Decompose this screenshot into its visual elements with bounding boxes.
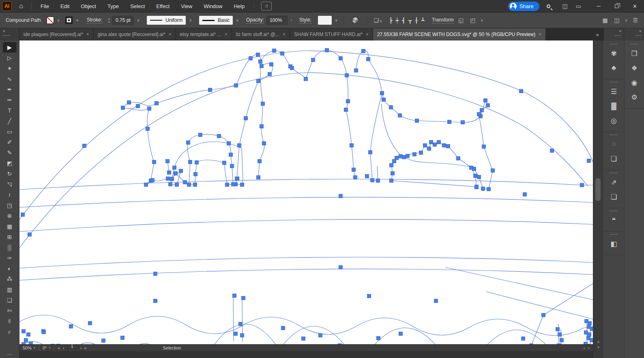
anchor-point[interactable] xyxy=(413,153,416,156)
select-similar-chevron-icon[interactable]: ∨ xyxy=(480,18,484,22)
anchor-point[interactable] xyxy=(437,141,441,144)
anchor-point[interactable] xyxy=(325,49,329,52)
free-transform-tool[interactable]: ◳ xyxy=(3,200,17,211)
anchor-point[interactable] xyxy=(88,322,92,325)
3d-materials-panel-button[interactable]: ◉ xyxy=(626,76,642,90)
anchor-point[interactable] xyxy=(491,169,495,173)
previous-artboard-button[interactable]: ‹ xyxy=(62,344,64,351)
anchor-point[interactable] xyxy=(367,294,371,298)
anchor-point[interactable] xyxy=(433,143,437,147)
anchor-point[interactable] xyxy=(256,53,260,57)
anchor-point[interactable] xyxy=(102,339,105,343)
anchor-point[interactable] xyxy=(166,177,170,181)
pathfinder-panel-button[interactable]: ◧ xyxy=(606,237,622,251)
dock-collapse-right[interactable]: «▪▪▪▪ xyxy=(624,28,644,40)
anchor-point[interactable] xyxy=(262,142,266,145)
arrange-documents-icon[interactable]: ◫ xyxy=(612,17,622,23)
anchor-point[interactable] xyxy=(395,156,399,160)
anchor-point[interactable] xyxy=(557,344,561,345)
anchor-point[interactable] xyxy=(22,330,26,333)
anchor-point[interactable] xyxy=(225,183,229,187)
anchor-point[interactable] xyxy=(352,168,356,172)
anchor-point[interactable] xyxy=(542,313,545,317)
anchor-point[interactable] xyxy=(187,141,190,145)
anchor-point[interactable] xyxy=(281,52,284,55)
panel-layout-icon[interactable]: ▭ xyxy=(572,3,585,9)
control-bar-menu-icon[interactable]: ☰ xyxy=(631,17,640,23)
anchor-point[interactable] xyxy=(457,157,460,160)
anchor-point[interactable] xyxy=(169,183,172,186)
profile-chevron-icon[interactable]: ∨ xyxy=(188,18,193,22)
close-button[interactable]: ✕ xyxy=(626,0,644,13)
edit-toolbar-icon[interactable]: ⋯ xyxy=(7,352,12,357)
align-button-3[interactable]: ┳ xyxy=(407,17,413,23)
align-button-1[interactable]: ┿ xyxy=(394,17,401,23)
arc-right-inner[interactable] xyxy=(308,72,588,186)
type-tool[interactable]: T xyxy=(3,105,17,116)
anchor-point[interactable] xyxy=(229,153,233,157)
scroll-right-button[interactable]: › xyxy=(588,344,590,351)
menu-item-view[interactable]: View xyxy=(175,0,198,13)
scale-tool[interactable]: ◹ xyxy=(3,179,17,190)
document-tab[interactable]: 27.55X38 FARM SCENE WITH DOGS.svg* @ 50 … xyxy=(373,28,546,40)
anchor-point[interactable] xyxy=(371,179,374,182)
menu-item-effect[interactable]: Effect xyxy=(150,0,175,13)
minimize-button[interactable] xyxy=(589,0,608,13)
align-button-0[interactable]: ┣ xyxy=(388,17,394,23)
transparency-panel-button[interactable]: ◎ xyxy=(606,114,622,128)
libraries-panel-button[interactable]: ❒ xyxy=(626,47,642,60)
anchor-point[interactable] xyxy=(484,99,487,102)
recolor-artwork-icon[interactable] xyxy=(352,17,358,23)
anchor-point[interactable] xyxy=(193,183,197,187)
anchor-point[interactable] xyxy=(429,141,433,144)
anchor-point[interactable] xyxy=(481,187,485,191)
anchor-point[interactable] xyxy=(470,166,473,170)
big-mounds[interactable] xyxy=(210,324,551,344)
anchor-point[interactable] xyxy=(270,63,273,66)
anchor-point[interactable] xyxy=(217,134,221,138)
eyedropper-tool[interactable]: ✑ xyxy=(3,253,17,263)
anchor-point[interactable] xyxy=(311,58,315,62)
anchor-point[interactable] xyxy=(234,84,238,87)
anchor-point[interactable] xyxy=(339,194,343,198)
align-button-4[interactable]: ╂ xyxy=(413,17,420,23)
stroke-panel-button[interactable]: ☰ xyxy=(606,85,622,98)
anchor-point[interactable] xyxy=(239,322,243,326)
anchor-point[interactable] xyxy=(136,104,140,108)
fill-chevron-icon[interactable]: ∨ xyxy=(56,18,61,22)
anchor-point[interactable] xyxy=(588,322,592,325)
workspace-switcher-icon[interactable]: ◫ xyxy=(558,3,572,9)
anchor-point[interactable] xyxy=(69,325,73,328)
touch-workspace-button[interactable]: ☝ xyxy=(261,2,272,11)
column-graph-tool[interactable]: ▥ xyxy=(3,284,17,295)
tab-close-icon[interactable]: × xyxy=(225,32,228,37)
fill-swatch[interactable] xyxy=(47,17,54,24)
arrange-documents-chevron-icon[interactable]: ∨ xyxy=(624,18,629,22)
anchor-point[interactable] xyxy=(434,299,438,303)
perspective-grid-tool[interactable]: ▦ xyxy=(3,221,17,232)
anchor-point[interactable] xyxy=(377,337,380,340)
brush-chevron-icon[interactable]: ∨ xyxy=(235,18,240,22)
anchor-point[interactable] xyxy=(367,58,370,61)
anchor-point[interactable] xyxy=(268,72,272,76)
shaper-tool[interactable]: ✎ xyxy=(3,147,17,158)
anchor-point[interactable] xyxy=(354,69,358,72)
menu-item-edit[interactable]: Edit xyxy=(55,0,75,13)
direct-selection-tool[interactable]: ▷ xyxy=(3,53,17,63)
arc-left-inner[interactable] xyxy=(19,72,308,248)
opacity-arrow-icon[interactable]: › xyxy=(290,18,293,22)
anchor-point[interactable] xyxy=(587,344,591,345)
properties-panel-button[interactable]: ⚙ xyxy=(626,90,642,104)
select-similar-icon[interactable]: ◰ xyxy=(468,17,477,23)
anchor-point[interactable] xyxy=(522,337,525,341)
anchor-point[interactable] xyxy=(22,343,26,345)
stroke-profile-select[interactable]: Uniform xyxy=(147,16,186,25)
anchor-point[interactable] xyxy=(339,266,343,269)
stroke-weight-field[interactable]: 0.75 pt xyxy=(112,16,134,25)
anchor-point[interactable] xyxy=(475,185,479,189)
anchor-point[interactable] xyxy=(556,328,560,331)
dock-group-grip[interactable]: ▪▪▪▪▪▪ xyxy=(603,209,624,213)
style-swatch[interactable] xyxy=(318,16,332,25)
brush-select[interactable]: Basic xyxy=(199,16,233,25)
anchor-point[interactable] xyxy=(127,101,131,104)
